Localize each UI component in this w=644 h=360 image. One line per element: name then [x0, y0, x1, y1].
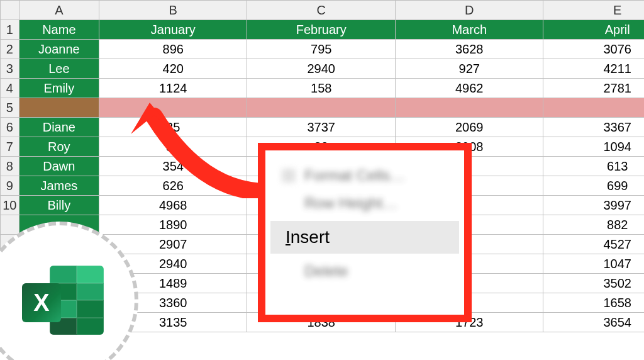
header-row: 1 Name January February March April — [1, 20, 645, 40]
corner-cell[interactable] — [1, 1, 19, 20]
format-cells-icon — [282, 169, 296, 183]
row-header-9[interactable]: 9 — [1, 176, 19, 196]
row-header-3[interactable]: 3 — [1, 59, 19, 79]
table-row: 4 Emily 1124 158 4962 2781 — [1, 79, 645, 98]
menu-item-format-cells[interactable]: Format Cells… — [270, 162, 459, 189]
menu-item-delete[interactable]: Delete — [270, 257, 459, 285]
col-header-B[interactable]: B — [99, 1, 247, 20]
header-january[interactable]: January — [99, 20, 247, 40]
table-row: 6 Diane 25 3737 2069 3367 — [1, 118, 645, 137]
col-header-A[interactable]: A — [19, 1, 99, 20]
row-header-7[interactable]: 7 — [1, 137, 19, 157]
context-menu-callout: Format Cells… Row Height… Insert Delete — [258, 143, 472, 322]
header-name[interactable]: Name — [19, 20, 99, 40]
column-letters-row: A B C D E — [1, 1, 645, 20]
header-april[interactable]: April — [543, 20, 644, 40]
col-header-D[interactable]: D — [395, 1, 543, 20]
menu-item-row-height[interactable]: Row Height… — [270, 189, 459, 217]
row-header-10[interactable]: 10 — [1, 196, 19, 215]
excel-logo-icon: X — [22, 266, 104, 341]
row-header-2[interactable]: 2 — [1, 40, 19, 59]
row-header-1[interactable]: 1 — [1, 20, 19, 40]
row-header-4[interactable]: 4 — [1, 79, 19, 98]
inserted-row[interactable]: 5 — [1, 98, 645, 118]
header-march[interactable]: March — [395, 20, 543, 40]
menu-item-insert-label: Insert — [286, 227, 330, 247]
table-row: 2 Joanne 896 795 3628 3076 — [1, 40, 645, 59]
header-february[interactable]: February — [247, 20, 396, 40]
menu-item-insert[interactable]: Insert — [270, 221, 459, 254]
row-header-6[interactable]: 6 — [1, 118, 19, 137]
col-header-C[interactable]: C — [247, 1, 396, 20]
col-header-E[interactable]: E — [543, 1, 644, 20]
row-header-5[interactable]: 5 — [1, 98, 19, 118]
row-header-8[interactable]: 8 — [1, 157, 19, 176]
table-row: 3 Lee 420 2940 927 4211 — [1, 59, 645, 79]
